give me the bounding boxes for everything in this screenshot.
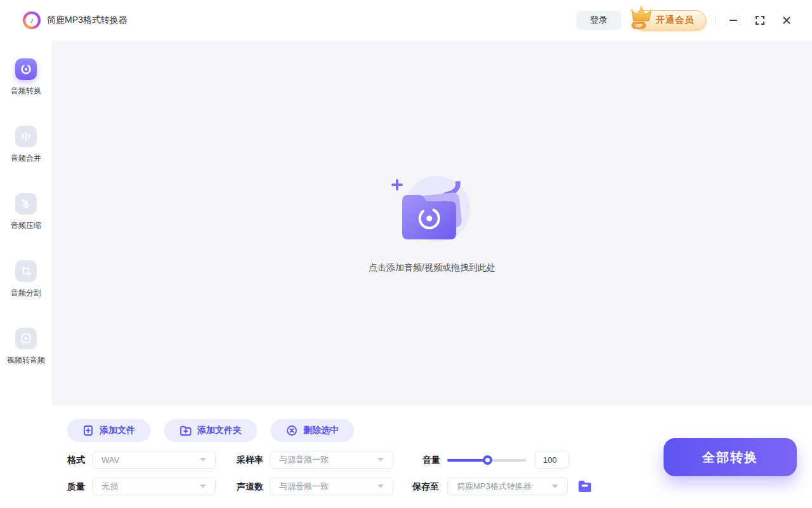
- delete-selected-label: 删除选中: [303, 425, 339, 436]
- sidebar-item-audio-split[interactable]: 音频分割: [11, 260, 41, 298]
- delete-selected-button[interactable]: 删除选中: [271, 419, 354, 442]
- save-to-value: 简鹿MP3格式转换器: [457, 481, 547, 492]
- quality-value: 无损: [102, 481, 195, 492]
- volume-input[interactable]: [535, 451, 569, 469]
- crown-icon: VIP: [629, 4, 655, 31]
- sidebar-item-video-to-audio[interactable]: 视频转音频: [7, 328, 45, 366]
- circle-x-icon: [286, 425, 298, 436]
- login-button[interactable]: 登录: [577, 11, 621, 30]
- sidebar-item-label: 视频转音频: [7, 355, 45, 366]
- quality-select[interactable]: 无损: [92, 478, 216, 495]
- folder-icon: [577, 479, 593, 493]
- sidebar-item-audio-merge[interactable]: 音频合并: [11, 126, 41, 164]
- dropzone[interactable]: 点击添加音频/视频或拖拽到此处: [369, 172, 495, 274]
- plus-icon: [393, 180, 402, 189]
- add-folder-label: 添加文件夹: [197, 425, 242, 436]
- settings-panel: 添加文件 添加文件夹 删除选中 格式 WAV 采样率 与源音频一致 音量: [0, 405, 812, 508]
- title-bar: ♪ 简鹿MP3格式转换器 登录 VIP 开通会员: [0, 0, 812, 41]
- slider-thumb[interactable]: [483, 455, 492, 465]
- sample-rate-value: 与源音频一致: [279, 454, 372, 465]
- dropzone-hint-text: 点击添加音频/视频或拖拽到此处: [369, 262, 495, 274]
- slider-fill: [447, 459, 487, 462]
- audio-merge-icon: [15, 126, 37, 147]
- chevron-down-icon: [377, 485, 384, 488]
- app-logo: ♪ 简鹿MP3格式转换器: [23, 11, 128, 29]
- quality-label: 质量: [67, 478, 85, 495]
- file-plus-icon: [82, 425, 94, 436]
- add-files-illustration: [381, 172, 483, 252]
- chevron-down-icon: [200, 485, 206, 488]
- chevron-down-icon: [200, 458, 206, 462]
- channels-label: 声道数: [237, 478, 263, 495]
- sidebar-item-audio-convert[interactable]: 音频转换: [11, 58, 41, 97]
- audio-split-icon: [15, 260, 37, 282]
- chevron-down-icon: [552, 485, 558, 488]
- sample-rate-select[interactable]: 与源音频一致: [270, 451, 393, 469]
- format-select[interactable]: WAV: [92, 451, 216, 469]
- format-label: 格式: [67, 451, 85, 469]
- channels-value: 与源音频一致: [279, 481, 372, 492]
- chevron-down-icon: [377, 458, 384, 462]
- minimize-button[interactable]: [727, 14, 740, 27]
- format-value: WAV: [102, 455, 195, 465]
- open-folder-button[interactable]: [576, 478, 594, 495]
- sample-rate-label: 采样率: [237, 451, 263, 469]
- vip-button[interactable]: VIP 开通会员: [632, 10, 706, 30]
- close-button[interactable]: [780, 14, 793, 27]
- folder-plus-icon: [180, 425, 192, 436]
- add-folder-button[interactable]: 添加文件夹: [164, 419, 257, 442]
- close-icon: [782, 15, 792, 25]
- vip-button-label: 开通会员: [656, 15, 694, 26]
- add-file-label: 添加文件: [100, 425, 135, 436]
- convert-all-button[interactable]: 全部转换: [664, 438, 797, 476]
- maximize-button[interactable]: [754, 14, 766, 27]
- app-title: 简鹿MP3格式转换器: [47, 15, 128, 26]
- vip-badge-text: VIP: [635, 23, 643, 28]
- sidebar-item-label: 音频分割: [11, 288, 41, 298]
- toolbar: 添加文件 添加文件夹 删除选中: [67, 419, 354, 442]
- audio-convert-icon: [15, 58, 37, 80]
- maximize-icon: [755, 15, 765, 25]
- channels-select[interactable]: 与源音频一致: [270, 478, 393, 495]
- save-to-select[interactable]: 简鹿MP3格式转换器: [447, 478, 568, 495]
- folder-illustration-icon: [381, 172, 483, 252]
- minimize-icon: [728, 15, 738, 25]
- sidebar-item-audio-compress[interactable]: 音频压缩: [11, 193, 41, 231]
- music-note-icon: ♪: [25, 14, 38, 27]
- file-list-area: 点击添加音频/视频或拖拽到此处: [52, 41, 812, 405]
- sidebar: 音频转换 音频合并 音频压缩 音频: [0, 41, 52, 508]
- header-divider: [715, 15, 716, 25]
- add-file-button[interactable]: 添加文件: [67, 419, 150, 442]
- volume-slider[interactable]: [447, 455, 527, 465]
- sidebar-item-label: 音频压缩: [11, 220, 41, 231]
- sidebar-item-label: 音频转换: [11, 86, 41, 97]
- save-to-label: 保存至: [412, 478, 439, 495]
- sidebar-item-label: 音频合并: [11, 153, 41, 164]
- video-to-audio-icon: [15, 328, 37, 349]
- audio-compress-icon: [15, 193, 37, 215]
- app-logo-icon: ♪: [23, 11, 41, 29]
- volume-label: 音量: [422, 451, 440, 469]
